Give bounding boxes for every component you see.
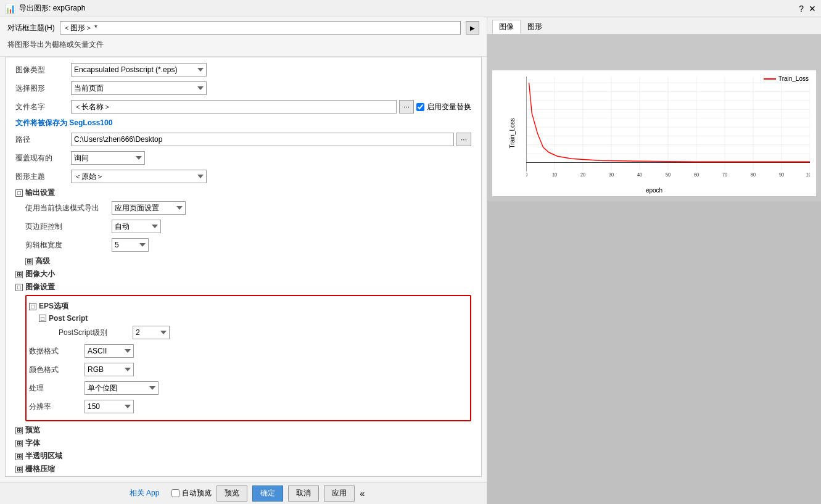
title-bar: 📊 导出图形: expGraph ? ✕	[0, 0, 821, 17]
right-panel: 图像 图形 Train_Loss Train_Loss epoch	[487, 17, 821, 504]
eps-options-label: EPS选项	[39, 301, 68, 312]
clip-frame-label: 剪辑框宽度	[25, 240, 112, 250]
figure-theme-label: 图形主题	[15, 171, 71, 182]
double-arrow-button[interactable]: «	[360, 489, 365, 498]
ps-level-select[interactable]: 2	[133, 326, 170, 339]
enable-var-checkbox[interactable]	[416, 103, 424, 111]
auto-preview-label: 自动预览	[182, 488, 212, 498]
data-format-select[interactable]: ASCII	[85, 344, 134, 358]
advanced-label: 高级	[35, 256, 50, 266]
preview-label: 预览	[25, 425, 40, 436]
svg-text:30: 30	[609, 172, 614, 178]
page-margin-select[interactable]: 自动	[112, 220, 161, 233]
dialog-title-input[interactable]	[60, 21, 461, 35]
process-select[interactable]: 单个位图	[85, 381, 159, 395]
process-label: 处理	[29, 383, 85, 394]
dialog-title-label: 对话框主题(H)	[7, 23, 55, 33]
tab-figure[interactable]: 图形	[521, 20, 549, 34]
file-name-browse[interactable]: ···	[399, 100, 414, 114]
svg-text:90: 90	[779, 172, 785, 178]
legend-label: Train_Loss	[778, 75, 809, 82]
help-button[interactable]: ?	[799, 4, 804, 14]
svg-text:100: 100	[806, 172, 810, 178]
svg-text:80: 80	[751, 172, 756, 178]
trans-label: 半透明区域	[25, 451, 62, 461]
legend-line	[764, 78, 776, 80]
chart-y-label: Train_Loss	[509, 118, 516, 148]
path-label: 路径	[15, 134, 71, 145]
select-figure-label: 选择图形	[15, 83, 71, 94]
resolution-label: 分辨率	[29, 402, 85, 412]
image-settings-label: 图像设置	[25, 282, 55, 292]
gray-area	[487, 201, 821, 504]
svg-text:70: 70	[722, 172, 728, 178]
right-tabs: 图像 图形	[487, 17, 821, 35]
auto-preview-checkbox[interactable]	[171, 489, 179, 497]
eps-options-header: □ EPS选项	[29, 301, 468, 312]
font-header: ⊞ 字体	[15, 438, 471, 448]
enable-var-label: 启用变量替换	[427, 102, 471, 112]
file-name-label: 文件名字	[15, 102, 71, 112]
overwrite-label: 覆盖现有的	[15, 153, 71, 163]
file-save-link[interactable]: 文件将被保存为 SegLoss100	[15, 118, 471, 128]
related-app-button[interactable]: 相关 App	[122, 485, 167, 502]
post-script-header: □ Post Script	[39, 314, 468, 323]
trans-header: ⊞ 半透明区域	[15, 451, 471, 461]
svg-text:50: 50	[666, 172, 671, 178]
arrow-button[interactable]: ▶	[466, 21, 479, 35]
svg-text:0: 0	[526, 172, 528, 178]
quick-export-label: 使用当前快速模式导出	[25, 203, 112, 213]
bottom-bar: 相关 App 自动预览 预览 确定 取消 应用 «	[0, 482, 487, 504]
file-name-input[interactable]	[71, 100, 397, 114]
svg-text:10: 10	[552, 172, 558, 178]
trans-collapse-icon[interactable]: ⊞	[15, 453, 23, 460]
chart-svg: 27000 24000 21000 18000 15000 12000 9000…	[526, 76, 810, 178]
font-label: 字体	[25, 438, 40, 448]
select-figure-select[interactable]: 当前页面	[71, 81, 207, 95]
path-browse[interactable]: ···	[456, 133, 471, 146]
color-format-label: 颜色格式	[29, 365, 85, 375]
svg-text:20: 20	[580, 172, 586, 178]
image-size-header: ⊞ 图像大小	[15, 269, 471, 279]
confirm-button[interactable]: 确定	[252, 485, 283, 502]
eps-collapse-icon[interactable]: □	[29, 303, 36, 310]
apply-button[interactable]: 应用	[324, 485, 355, 502]
image-settings-header: □ 图像设置	[15, 282, 471, 292]
page-margin-label: 页边距控制	[25, 221, 112, 232]
output-settings-header: □ 输出设置	[15, 188, 471, 198]
cancel-button[interactable]: 取消	[288, 485, 319, 502]
subtitle: 将图形导出为栅格或矢量文件	[7, 37, 479, 52]
preview-button[interactable]: 预览	[217, 485, 247, 502]
path-input[interactable]	[71, 133, 454, 146]
grid-header: ⊞ 栅格压缩	[15, 464, 471, 474]
grid-label: 栅格压缩	[25, 464, 55, 474]
image-size-label: 图像大小	[25, 269, 55, 279]
chart-container: Train_Loss Train_Loss epoch	[492, 70, 816, 196]
grid-collapse-icon[interactable]: ⊞	[15, 466, 23, 473]
highlight-box: □ EPS选项 □ Post Script PostScript级别	[25, 295, 471, 421]
color-format-select[interactable]: RGB	[85, 363, 134, 376]
output-collapse-icon[interactable]: □	[15, 189, 23, 197]
output-settings-label: 输出设置	[25, 188, 55, 198]
chart-legend: Train_Loss	[764, 75, 809, 82]
preview-collapse-icon[interactable]: ⊞	[15, 427, 23, 434]
top-gray-area	[487, 35, 821, 65]
post-script-collapse-icon[interactable]: □	[39, 315, 46, 322]
chart-area: Train_Loss Train_Loss epoch	[487, 65, 821, 201]
title-bar-text: 导出图形: expGraph	[19, 3, 85, 14]
post-script-label: Post Script	[49, 314, 88, 323]
resolution-select[interactable]: 150	[85, 400, 134, 413]
advanced-collapse-icon[interactable]: ⊞	[25, 258, 33, 265]
svg-text:60: 60	[694, 172, 699, 178]
image-size-collapse-icon[interactable]: ⊞	[15, 271, 23, 278]
figure-theme-select[interactable]: ＜原始＞	[71, 170, 207, 183]
image-settings-collapse-icon[interactable]: □	[15, 284, 23, 291]
chart-x-label: epoch	[646, 187, 662, 194]
clip-frame-select[interactable]: 5	[112, 238, 149, 252]
tab-image[interactable]: 图像	[492, 20, 521, 34]
image-type-select[interactable]: Encapsulated Postscript (*.eps)	[71, 63, 207, 76]
overwrite-select[interactable]: 询问	[71, 151, 145, 165]
quick-export-select[interactable]: 应用页面设置	[112, 201, 186, 215]
close-button[interactable]: ✕	[809, 4, 816, 14]
font-collapse-icon[interactable]: ⊞	[15, 440, 23, 447]
